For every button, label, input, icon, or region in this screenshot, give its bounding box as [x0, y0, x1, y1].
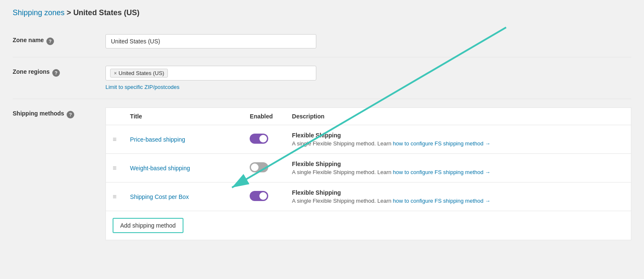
zone-name-row: Zone name ?: [13, 26, 631, 57]
toggle-cell: [243, 154, 285, 182]
desc-text: A single Flexible Shipping method. Learn…: [292, 198, 624, 204]
table-row: ≡ Shipping Cost per Box Flexib: [106, 182, 631, 211]
zone-name-input[interactable]: [105, 34, 316, 48]
title-cell: Weight-based shipping: [123, 154, 243, 182]
breadcrumb-link[interactable]: Shipping zones: [13, 8, 65, 17]
desc-link[interactable]: how to configure FS shipping method →: [393, 169, 490, 175]
breadcrumb-separator: >: [67, 8, 73, 17]
desc-text: A single Flexible Shipping method. Learn…: [292, 169, 624, 175]
table-header-row: Title Enabled Description: [106, 108, 631, 125]
col-drag: [106, 108, 124, 125]
drag-handle-icon[interactable]: ≡: [113, 164, 116, 172]
title-cell: Shipping Cost per Box: [123, 182, 243, 211]
zip-link[interactable]: Limit to specific ZIP/postcodes: [105, 84, 631, 90]
shipping-methods-field-col: Title Enabled Description ≡ Price-based …: [105, 107, 631, 240]
toggle-cell: [243, 182, 285, 211]
table-row: ≡ Weight-based shipping Flexib: [106, 154, 631, 182]
drag-cell: ≡: [106, 182, 124, 211]
zone-regions-label: Zone regions: [13, 68, 50, 75]
add-method-row: Add shipping method: [106, 211, 631, 240]
description-cell: Flexible Shipping A single Flexible Ship…: [285, 154, 631, 182]
description-cell: Flexible Shipping A single Flexible Ship…: [285, 125, 631, 154]
col-title: Title: [123, 108, 243, 125]
drag-handle-icon[interactable]: ≡: [113, 136, 116, 143]
desc-title: Flexible Shipping: [292, 189, 624, 196]
toggle-weight-based[interactable]: [250, 162, 268, 172]
toggle-slider: [250, 191, 268, 201]
description-cell: Flexible Shipping A single Flexible Ship…: [285, 182, 631, 211]
desc-link[interactable]: how to configure FS shipping method →: [393, 198, 490, 204]
desc-title: Flexible Shipping: [292, 161, 624, 167]
toggle-cost-per-box[interactable]: [250, 191, 268, 201]
shipping-methods-row: Shipping methods ? Title Enabled Descrip…: [13, 99, 631, 249]
drag-cell: ≡: [106, 154, 124, 182]
region-input-wrapper[interactable]: × United States (US): [105, 66, 316, 80]
desc-text: A single Flexible Shipping method. Learn…: [292, 140, 624, 147]
toggle-price-based[interactable]: [250, 134, 268, 144]
region-tag: × United States (US): [110, 69, 168, 78]
add-method-cell: Add shipping method: [106, 211, 631, 240]
table-row: ≡ Price-based shipping Flexibl: [106, 125, 631, 154]
shipping-methods-table: Title Enabled Description ≡ Price-based …: [105, 107, 631, 240]
toggle-slider: [250, 134, 268, 144]
zone-name-help-icon[interactable]: ?: [46, 38, 54, 45]
drag-cell: ≡: [106, 125, 124, 154]
col-description: Description: [285, 108, 631, 125]
add-shipping-method-button[interactable]: Add shipping method: [113, 218, 183, 233]
method-title-link[interactable]: Price-based shipping: [130, 136, 185, 143]
method-title-link[interactable]: Shipping Cost per Box: [130, 193, 189, 200]
zone-regions-help-icon[interactable]: ?: [52, 69, 60, 77]
zone-name-label: Zone name: [13, 37, 44, 43]
breadcrumb-current: United States (US): [73, 8, 140, 17]
shipping-methods-help-icon[interactable]: ?: [67, 111, 74, 118]
toggle-cell: [243, 125, 285, 154]
zone-name-field-col: [105, 34, 631, 48]
remove-region-icon[interactable]: ×: [114, 70, 117, 76]
zone-regions-row: Zone regions ? × United States (US) Limi…: [13, 57, 631, 99]
zone-name-label-col: Zone name ?: [13, 34, 105, 45]
zone-regions-field-col: × United States (US) Limit to specific Z…: [105, 66, 631, 90]
title-cell: Price-based shipping: [123, 125, 243, 154]
zone-regions-label-col: Zone regions ?: [13, 66, 105, 77]
toggle-slider: [250, 162, 268, 172]
desc-link[interactable]: how to configure FS shipping method →: [393, 140, 490, 147]
shipping-methods-label: Shipping methods: [13, 110, 64, 117]
desc-title: Flexible Shipping: [292, 132, 624, 139]
breadcrumb: Shipping zones > United States (US): [13, 8, 631, 17]
region-tag-label: United States (US): [119, 70, 164, 76]
shipping-methods-label-col: Shipping methods ?: [13, 107, 105, 118]
drag-handle-icon[interactable]: ≡: [113, 193, 116, 200]
col-enabled: Enabled: [243, 108, 285, 125]
method-title-link[interactable]: Weight-based shipping: [130, 165, 190, 172]
